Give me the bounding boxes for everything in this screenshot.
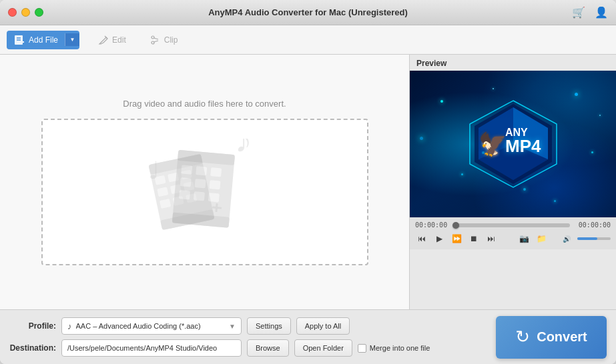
film-icon: ♪ ♩ xyxy=(141,139,268,245)
preview-label: Preview xyxy=(410,55,616,71)
merge-label: Merge into one file xyxy=(370,344,430,352)
svg-text:ANY: ANY xyxy=(505,127,528,138)
apply-all-label: Apply to All xyxy=(305,322,341,330)
minimize-button[interactable] xyxy=(21,8,30,17)
svg-text:MP4: MP4 xyxy=(505,136,541,156)
traffic-lights xyxy=(8,8,43,17)
drop-hint: Drag video and audio files here to conve… xyxy=(123,99,286,109)
user-icon[interactable]: 👤 xyxy=(595,6,608,19)
svg-rect-26 xyxy=(196,166,207,175)
video-background: 🦅 MP4 ANY xyxy=(410,71,616,217)
time-end: 00:00:00 xyxy=(574,221,611,229)
drop-area-container: Drag video and audio files here to conve… xyxy=(0,55,409,309)
convert-icon: ↺ xyxy=(515,327,530,347)
svg-line-8 xyxy=(153,38,158,39)
skip-start-button[interactable]: ⏮ xyxy=(415,232,428,245)
svg-rect-31 xyxy=(178,190,190,199)
profile-select-value: AAC – Advanced Audio Coding (*.aac) xyxy=(76,322,226,330)
preview-panel: Preview xyxy=(409,55,616,309)
video-controls: 00:00:00 00:00:00 ⏮ ▶ ⏩ ⏹ xyxy=(410,217,616,249)
add-file-label: Add File xyxy=(29,35,58,45)
stop-button[interactable]: ⏹ xyxy=(467,232,481,245)
fast-forward-button[interactable]: ⏩ xyxy=(450,232,463,245)
svg-rect-32 xyxy=(193,191,204,201)
preview-video: 🦅 MP4 ANY xyxy=(410,71,616,217)
titlebar-icons: 🛒 👤 xyxy=(572,6,608,19)
time-current: 00:00:00 xyxy=(415,221,452,229)
svg-text:🦅: 🦅 xyxy=(479,131,507,158)
settings-button[interactable]: Settings xyxy=(247,317,291,335)
titlebar: AnyMP4 Audio Converter for Mac (Unregist… xyxy=(0,0,616,25)
skip-end-button[interactable]: ⏭ xyxy=(485,232,498,245)
drop-zone[interactable]: ♪ ♩ xyxy=(41,119,368,265)
open-folder-label: Open Folder xyxy=(303,344,344,352)
add-file-main[interactable]: Add File xyxy=(7,31,65,49)
volume-icon[interactable]: 🔊 xyxy=(560,232,573,245)
edit-label: Edit xyxy=(112,35,126,45)
screenshot-button[interactable]: 📷 xyxy=(517,232,531,245)
settings-form: Profile: ♪ AAC – Advanced Audio Coding (… xyxy=(9,317,483,357)
volume-slider[interactable] xyxy=(577,237,611,240)
svg-rect-28 xyxy=(180,177,191,187)
merge-checkbox[interactable] xyxy=(358,344,366,353)
open-folder-video-button[interactable]: 📁 xyxy=(535,232,548,245)
progress-thumb[interactable] xyxy=(452,222,459,229)
profile-icon: ♪ xyxy=(67,321,72,331)
drop-zone-icons: ♪ ♩ xyxy=(141,139,268,245)
close-button[interactable] xyxy=(8,8,17,17)
svg-rect-30 xyxy=(209,180,220,189)
browse-button[interactable]: Browse xyxy=(247,339,289,357)
profile-label: Profile: xyxy=(9,321,56,331)
add-file-button[interactable]: Add File ▼ xyxy=(7,31,79,49)
settings-label: Settings xyxy=(256,322,282,330)
controls-row: ⏮ ▶ ⏩ ⏹ ⏭ 📷 📁 xyxy=(415,232,611,245)
open-folder-button[interactable]: Open Folder xyxy=(294,339,352,357)
apply-to-all-button[interactable]: Apply to All xyxy=(296,317,350,335)
add-file-icon xyxy=(13,34,25,46)
volume-fill xyxy=(577,237,597,240)
svg-rect-33 xyxy=(208,193,219,202)
maximize-button[interactable] xyxy=(35,8,43,17)
edit-icon xyxy=(98,35,109,45)
add-file-dropdown-arrow[interactable]: ▼ xyxy=(65,33,79,46)
svg-rect-27 xyxy=(210,167,222,177)
chevron-down-icon: ▼ xyxy=(70,37,75,43)
progress-bar[interactable] xyxy=(456,223,570,227)
browse-label: Browse xyxy=(256,344,280,352)
cart-icon[interactable]: 🛒 xyxy=(572,6,585,19)
profile-row: Profile: ♪ AAC – Advanced Audio Coding (… xyxy=(9,317,483,335)
anymp4-hex-logo: 🦅 MP4 ANY xyxy=(460,97,567,191)
destination-value: /Users/pele/Documents/AnyMP4 Studio/Vide… xyxy=(67,344,217,352)
time-row: 00:00:00 00:00:00 xyxy=(415,221,611,229)
destination-row: Destination: /Users/pele/Documents/AnyMP… xyxy=(9,339,483,357)
window-title: AnyMP4 Audio Converter for Mac (Unregist… xyxy=(208,7,408,17)
convert-label: Convert xyxy=(537,329,587,345)
toolbar: Add File ▼ Edit Clip xyxy=(0,25,616,55)
main-content: Drag video and audio files here to conve… xyxy=(0,55,616,309)
edit-button[interactable]: Edit xyxy=(93,32,131,48)
app-window: AnyMP4 Audio Converter for Mac (Unregist… xyxy=(0,0,616,364)
svg-rect-25 xyxy=(181,165,192,174)
destination-label: Destination: xyxy=(9,343,56,353)
bottom-bar: Profile: ♪ AAC – Advanced Audio Coding (… xyxy=(0,309,616,364)
play-button[interactable]: ▶ xyxy=(432,232,446,245)
clip-button[interactable]: Clip xyxy=(145,32,184,48)
svg-rect-29 xyxy=(194,179,206,188)
convert-button[interactable]: ↺ Convert xyxy=(496,316,607,359)
chevron-down-icon: ▼ xyxy=(229,323,236,330)
clip-label: Clip xyxy=(164,35,178,45)
svg-text:♪: ♪ xyxy=(235,139,252,159)
merge-row: Merge into one file xyxy=(358,344,430,353)
profile-select[interactable]: ♪ AAC – Advanced Audio Coding (*.aac) ▼ xyxy=(61,317,242,335)
svg-text:♩: ♩ xyxy=(148,157,160,184)
svg-line-9 xyxy=(153,41,158,42)
clip-icon xyxy=(150,35,161,45)
destination-input[interactable]: /Users/pele/Documents/AnyMP4 Studio/Vide… xyxy=(61,339,242,357)
